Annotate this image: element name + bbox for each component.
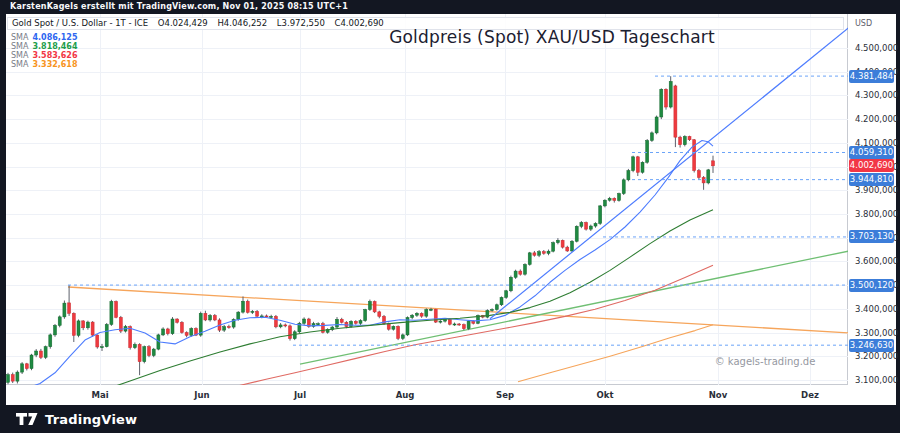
- candle-body: [655, 117, 658, 133]
- legend-sma100-row[interactable]: SMA3.583,626: [11, 51, 78, 60]
- price-level-lines[interactable]: [68, 76, 848, 345]
- candle-body: [7, 375, 10, 383]
- candle-body: [242, 301, 245, 312]
- candle-body: [162, 329, 165, 335]
- candle-body: [110, 301, 113, 324]
- candle-body: [702, 177, 705, 182]
- candle-body: [237, 312, 240, 319]
- price-label-badge: 3.944,810: [849, 173, 894, 186]
- candle-body: [133, 344, 136, 347]
- time-tick-dez: Dez: [801, 390, 819, 400]
- sma-label: SMA: [11, 33, 28, 42]
- axis-corner: [848, 385, 896, 405]
- legend-high: H4.046,252: [217, 18, 267, 28]
- time-tick-nov: Nov: [709, 390, 728, 400]
- time-tick-jun: Jun: [194, 390, 209, 400]
- candle-body: [594, 223, 597, 226]
- candle-body: [622, 180, 625, 194]
- legend-sma50-row[interactable]: SMA3.818,464: [11, 42, 78, 51]
- candle-body: [96, 335, 99, 347]
- candle-body: [425, 310, 428, 317]
- tradingview-logo-text: TradingView: [45, 412, 137, 427]
- candle-body: [448, 319, 451, 324]
- candle-body: [213, 315, 216, 320]
- candle-body: [707, 170, 710, 183]
- price-axis[interactable]: USD 4.500,0004.400,0004.300,0004.200,000…: [848, 14, 896, 385]
- candle-body: [176, 319, 179, 322]
- snapshot-attribution: KarstenKagels erstellt mit TradingView.c…: [0, 0, 900, 14]
- candle-body: [524, 264, 527, 274]
- candle-body: [608, 198, 611, 200]
- candle-body: [387, 324, 390, 329]
- candle-body: [500, 297, 503, 304]
- candle-body: [359, 321, 362, 324]
- candle-body: [11, 375, 14, 381]
- legend-open: O4.024,429: [158, 18, 208, 28]
- candle-body: [561, 240, 564, 247]
- watermark: © kagels-trading.de: [715, 356, 816, 367]
- candle-body: [401, 335, 404, 339]
- candle-body: [350, 321, 353, 326]
- candle-body: [138, 344, 141, 361]
- candle-body: [49, 335, 52, 347]
- candle-body: [68, 303, 71, 313]
- candle-body: [368, 301, 371, 309]
- candle-body: [293, 332, 296, 339]
- price-chart[interactable]: [6, 14, 848, 385]
- candlestick-chart-canvas[interactable]: [6, 14, 848, 385]
- candle-body: [279, 325, 282, 327]
- candle-body: [148, 347, 151, 356]
- candle-body: [265, 316, 268, 317]
- candle-body: [556, 240, 559, 242]
- candle-body: [420, 313, 423, 316]
- tradingview-logo-link[interactable]: TradingView: [16, 411, 137, 427]
- time-axis[interactable]: MaiJunJulAugSepOktNovDez: [6, 385, 848, 405]
- price-label-badge: 4.381,484: [849, 70, 894, 83]
- candle-body: [274, 316, 277, 326]
- candle-body: [364, 310, 367, 321]
- candle-body: [246, 301, 249, 312]
- candle-body: [669, 81, 672, 107]
- candle-body: [430, 309, 433, 310]
- price-tick: 3.200,000: [855, 351, 898, 361]
- sma-label: SMA: [11, 60, 28, 69]
- candle-body: [650, 133, 653, 141]
- legend-sma200-row[interactable]: SMA3.332,618: [11, 60, 78, 69]
- candle-body: [44, 347, 47, 358]
- candle-body: [39, 351, 42, 357]
- candle-body: [552, 243, 555, 252]
- price-tick: 4.300,000: [855, 90, 898, 100]
- legend-low: L3.972,550: [277, 18, 325, 28]
- candle-body: [641, 162, 644, 172]
- candle-body: [697, 171, 700, 178]
- candle-body: [209, 315, 212, 320]
- uptrend-line[interactable]: [490, 24, 848, 318]
- legend-sma20-row[interactable]: SMA4.086,125: [11, 33, 78, 42]
- sma-label: SMA: [11, 51, 28, 60]
- time-tick-okt: Okt: [597, 390, 614, 400]
- candle-body: [575, 226, 578, 241]
- candle-body: [397, 326, 400, 338]
- candle-body: [542, 252, 545, 254]
- candle-body: [439, 321, 442, 322]
- candle-body: [505, 291, 508, 298]
- candle-body: [646, 140, 649, 162]
- trendlines[interactable]: [68, 250, 848, 364]
- price-label-badge: 4.059,310: [849, 146, 894, 159]
- price-tick: 3.400,000: [855, 304, 898, 314]
- moving-averages[interactable]: [25, 141, 713, 386]
- candle-body: [180, 322, 183, 332]
- candle-body: [86, 322, 89, 328]
- candle-body: [143, 347, 146, 362]
- candle-body: [105, 324, 108, 346]
- candle-body: [627, 171, 630, 180]
- candle-body: [415, 313, 418, 315]
- candle-body: [21, 364, 24, 372]
- candle-body: [16, 372, 19, 381]
- candle-body: [688, 136, 691, 139]
- candle-body: [256, 311, 259, 316]
- candle-body: [63, 303, 66, 317]
- candle-body: [171, 319, 174, 334]
- tradingview-snapshot: KarstenKagels erstellt mit TradingView.c…: [0, 0, 900, 433]
- legend-close: C4.002,690: [335, 18, 384, 28]
